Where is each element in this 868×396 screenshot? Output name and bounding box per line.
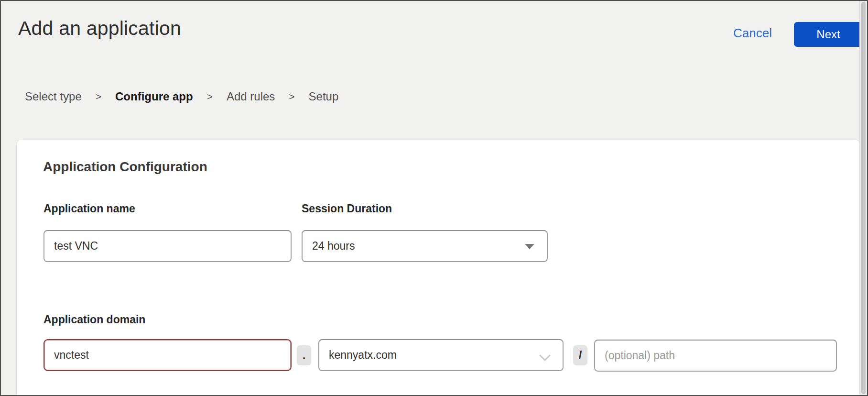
application-name-label: Application name — [43, 202, 135, 215]
step-configure-app[interactable]: Configure app — [115, 90, 193, 103]
scrollbar-thumb[interactable] — [861, 2, 866, 394]
breadcrumb-separator: > — [289, 91, 294, 102]
chevron-down-icon — [539, 352, 551, 364]
section-title: Application Configuration — [43, 159, 207, 175]
step-setup[interactable]: Setup — [309, 90, 339, 103]
cancel-button[interactable]: Cancel — [733, 26, 772, 41]
caret-down-icon — [525, 244, 534, 249]
domain-value: kennyatx.com — [329, 349, 397, 362]
path-input[interactable] — [594, 340, 837, 372]
session-duration-value: 24 hours — [312, 240, 355, 253]
dot-separator: . — [297, 345, 311, 365]
vertical-scrollbar[interactable] — [859, 1, 867, 395]
page-title: Add an application — [18, 17, 181, 40]
application-domain-label: Application domain — [43, 313, 145, 326]
step-add-rules[interactable]: Add rules — [227, 90, 275, 103]
breadcrumb-separator: > — [96, 91, 101, 102]
step-select-type[interactable]: Select type — [25, 90, 82, 103]
subdomain-input[interactable] — [43, 339, 292, 371]
configuration-card: Application Configuration Application na… — [16, 140, 860, 396]
add-application-page: Add an application Cancel Next Select ty… — [0, 0, 868, 396]
domain-select[interactable]: kennyatx.com — [318, 339, 564, 371]
application-domain-row: . kennyatx.com / — [43, 339, 856, 371]
session-duration-label: Session Duration — [302, 202, 392, 215]
breadcrumb-separator: > — [207, 91, 213, 102]
session-duration-select[interactable]: 24 hours — [302, 230, 548, 262]
breadcrumb: Select type > Configure app > Add rules … — [25, 90, 338, 103]
slash-separator: / — [573, 345, 587, 365]
next-button[interactable]: Next — [794, 22, 863, 47]
application-name-input[interactable] — [43, 230, 292, 262]
